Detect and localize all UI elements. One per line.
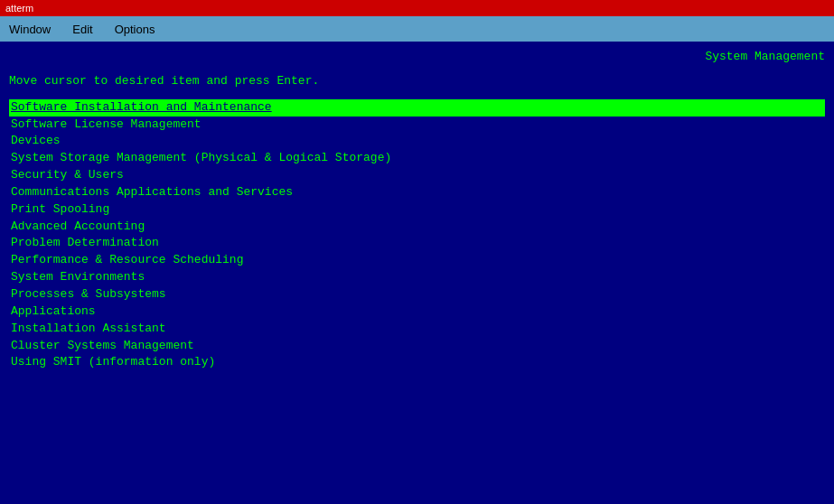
- menu-window[interactable]: Window: [5, 21, 54, 38]
- menu-list-item[interactable]: Installation Assistant: [9, 321, 825, 338]
- menu-list-item[interactable]: System Storage Management (Physical & Lo…: [9, 150, 825, 167]
- menu-list-item[interactable]: Applications: [9, 303, 825, 321]
- instruction-text: Move cursor to desired item and press En…: [9, 73, 825, 90]
- menu-list-item[interactable]: Cluster Systems Management: [9, 338, 825, 355]
- page-title: System Management: [9, 49, 825, 66]
- menu-list-item[interactable]: Security & Users: [9, 167, 825, 184]
- main-menu-list: Software Installation and MaintenanceSof…: [9, 99, 825, 372]
- terminal-area: System Management Move cursor to desired…: [0, 42, 834, 504]
- menu-edit[interactable]: Edit: [69, 21, 96, 38]
- menu-list-item[interactable]: Using SMIT (information only): [9, 354, 825, 371]
- menu-list-item[interactable]: Software Installation and Maintenance: [9, 99, 825, 117]
- title-bar-text: atterm: [5, 3, 33, 14]
- menu-list-item[interactable]: Communications Applications and Services: [9, 184, 825, 201]
- menu-bar: Window Edit Options: [0, 16, 834, 42]
- menu-list-item[interactable]: Processes & Subsystems: [9, 286, 825, 303]
- menu-list-item[interactable]: Advanced Accounting: [9, 219, 825, 236]
- menu-list-item[interactable]: Problem Determination: [9, 235, 825, 252]
- menu-list-item[interactable]: System Environments: [9, 269, 825, 286]
- menu-list-item[interactable]: Performance & Resource Scheduling: [9, 252, 825, 269]
- menu-options[interactable]: Options: [111, 21, 159, 38]
- menu-list-item[interactable]: Software License Management: [9, 117, 825, 134]
- title-bar: atterm: [0, 0, 834, 16]
- menu-list-item[interactable]: Devices: [9, 133, 825, 150]
- menu-list-item[interactable]: Print Spooling: [9, 201, 825, 219]
